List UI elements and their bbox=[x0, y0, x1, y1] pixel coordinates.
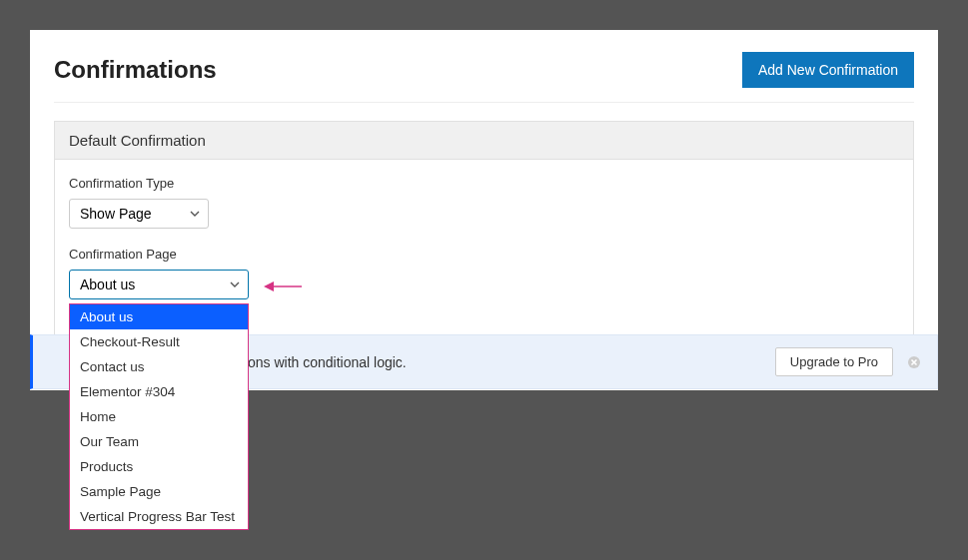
confirmation-page-value: About us bbox=[80, 277, 135, 292]
confirmation-type-select[interactable]: Show Page bbox=[69, 199, 209, 229]
confirmation-type-value: Show Page bbox=[80, 206, 152, 222]
dropdown-option[interactable]: Vertical Progress Bar Test bbox=[70, 504, 248, 529]
dropdown-option[interactable]: Sample Page bbox=[70, 479, 248, 504]
dropdown-option[interactable]: Elementor #304 bbox=[70, 379, 248, 404]
confirmation-page-field: Confirmation Page About us About us bbox=[69, 247, 899, 299]
chevron-down-icon bbox=[190, 209, 200, 219]
chevron-down-icon bbox=[230, 280, 240, 289]
section-header[interactable]: Default Confirmation bbox=[54, 121, 914, 160]
upgrade-to-pro-button[interactable]: Upgrade to Pro bbox=[775, 347, 893, 376]
notice-text: tions with conditional logic. bbox=[241, 354, 407, 370]
dropdown-option[interactable]: Products bbox=[70, 454, 248, 479]
confirmation-page-select-wrap: About us About us Checkout-Result Contac… bbox=[69, 270, 249, 299]
dropdown-option[interactable]: Checkout-Result bbox=[70, 329, 248, 354]
close-icon[interactable] bbox=[907, 355, 921, 369]
confirmations-panel: Confirmations Add New Confirmation Defau… bbox=[30, 30, 938, 390]
dropdown-option[interactable]: Contact us bbox=[70, 354, 248, 379]
confirmation-type-field: Confirmation Type Show Page bbox=[69, 176, 899, 229]
confirmation-page-dropdown: About us Checkout-Result Contact us Elem… bbox=[69, 303, 249, 530]
notice-actions: Upgrade to Pro bbox=[775, 347, 921, 376]
panel-header: Confirmations Add New Confirmation bbox=[54, 52, 914, 103]
dropdown-option[interactable]: About us bbox=[70, 304, 248, 329]
confirmation-type-label: Confirmation Type bbox=[69, 176, 899, 191]
dropdown-option[interactable]: Home bbox=[70, 404, 248, 429]
add-new-confirmation-button[interactable]: Add New Confirmation bbox=[742, 52, 914, 88]
annotation-arrow-icon bbox=[264, 278, 302, 299]
confirmation-page-select[interactable]: About us bbox=[69, 270, 249, 299]
confirmation-type-select-wrap: Show Page bbox=[69, 199, 209, 229]
page-title: Confirmations bbox=[54, 56, 217, 84]
confirmation-page-label: Confirmation Page bbox=[69, 247, 899, 262]
dropdown-option[interactable]: Our Team bbox=[70, 429, 248, 454]
